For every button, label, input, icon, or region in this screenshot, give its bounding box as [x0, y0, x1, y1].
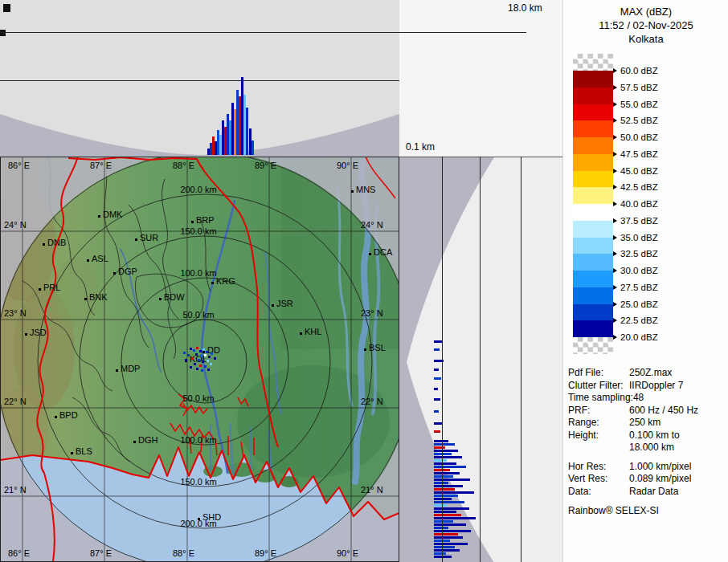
height-scale-line: [521, 157, 521, 562]
legend-tick-arrow-icon: [613, 235, 617, 240]
city-marker: [351, 190, 354, 193]
info-value: 600 Hz / 450 Hz: [629, 405, 698, 417]
info-value: 18.000 km: [629, 442, 674, 454]
latitude-label: 23° N: [4, 308, 27, 319]
latitude-label: 22° N: [361, 397, 383, 407]
city-marker: [98, 215, 100, 218]
city-marker: [369, 253, 371, 255]
radar-echo-pixel: [196, 347, 198, 349]
echo-side-bar: [434, 377, 441, 380]
info-row: 18.000 km: [568, 442, 726, 454]
city-label: BSL: [369, 343, 386, 353]
legend-label-text: 20.0 dBZ: [620, 332, 658, 342]
info-value: Radar Data: [629, 486, 678, 499]
info-value: 0.100 km to: [629, 430, 680, 442]
legend-label-text: 27.5 dBZ: [620, 283, 658, 292]
radar-echo-pixel: [207, 369, 210, 371]
map-label-overlay: 86° E86° E87° E87° E88° E88° E89° E89° E…: [0, 157, 399, 562]
legend-swatch: [573, 337, 613, 354]
legend-label: 57.5 dBZ: [613, 82, 658, 93]
city-label: KRG: [216, 276, 235, 287]
radar-echo-pixel: [185, 359, 187, 361]
range-ring-label: 50.0 km: [170, 393, 227, 404]
legend-tick-arrow-icon: [613, 118, 617, 123]
longitude-label: 87° E: [90, 161, 112, 171]
info-label: Pdf File:: [568, 367, 629, 380]
legend-swatch: [573, 304, 613, 321]
echo-side-bar: [434, 504, 447, 507]
legend-swatch: [573, 287, 613, 304]
legend-tick-arrow-icon: [613, 318, 617, 323]
echo-side-bar: [434, 466, 466, 468]
legend-label-text: 22.5 dBZ: [620, 316, 658, 325]
echo-side-bar: [434, 388, 438, 390]
radar-echo-pixel: [200, 355, 202, 357]
echo-side-bar: [434, 520, 453, 523]
latitude-label: 22° N: [4, 397, 27, 407]
echo-side-bar: [434, 482, 448, 484]
city-marker: [39, 288, 41, 291]
radar-echo-pixel: [211, 352, 213, 355]
coverage-limit-shape: [0, 114, 399, 157]
legend-swatch: [573, 238, 613, 255]
longitude-label: 90° E: [337, 548, 358, 559]
legend-swatch: [573, 187, 613, 204]
echo-side-bar: [434, 459, 447, 462]
echo-side-bar: [434, 440, 448, 442]
legend-label: 60.0 dBZ: [613, 65, 658, 76]
legend-swatch: [573, 221, 613, 238]
legend-swatch: [573, 271, 613, 287]
legend-label-text: 45.0 dBZ: [620, 166, 658, 176]
legend-label-text: 42.5 dBZ: [620, 182, 658, 192]
legend-swatch: [573, 54, 613, 71]
radar-echo-pixel: [190, 348, 192, 350]
city-label: BNK: [89, 292, 108, 303]
info-label: Data:: [568, 486, 629, 499]
echo-side-bar: [434, 462, 456, 465]
city-label: PRL: [43, 283, 60, 293]
city-label: JSD: [30, 328, 47, 338]
city-marker: [116, 369, 118, 372]
echo-side-bar: [434, 340, 442, 343]
legend-swatch: [573, 120, 613, 137]
city-marker: [272, 304, 274, 307]
legend-label: 52.5 dBZ: [613, 115, 658, 126]
range-ring-label: 150.0 km: [170, 477, 227, 487]
city-marker: [191, 221, 194, 223]
latitude-label: 21° N: [361, 485, 383, 495]
city-label: KHL: [305, 327, 321, 337]
legend-tick-arrow-icon: [613, 152, 617, 157]
info-value: IIRDoppler 7: [629, 380, 683, 393]
latitude-label: 21° N: [4, 485, 27, 495]
scan-info-block: Pdf File:250Z.maxClutter Filter:IIRDoppl…: [568, 367, 726, 518]
city-marker: [87, 259, 89, 262]
legend-label: 35.0 dBZ: [613, 232, 658, 243]
info-row: Clutter Filter:IIRDoppler 7: [568, 380, 726, 393]
city-label: SHD: [202, 512, 221, 523]
echo-side-bar: [434, 533, 458, 536]
radar-map: 86° E86° E87° E87° E88° E88° E89° E89° E…: [0, 157, 399, 562]
legend-label-text: 30.0 dBZ: [620, 266, 658, 275]
legend-tick-arrow-icon: [613, 85, 617, 90]
city-marker: [55, 416, 57, 418]
legend-swatch: [573, 88, 613, 104]
product-title: MAX (dBZ): [563, 5, 728, 18]
echo-side-bar: [434, 443, 455, 446]
radar-echo-pixel: [194, 363, 196, 365]
city-label: BPD: [59, 410, 78, 421]
legend-swatch: [573, 104, 613, 121]
radar-echo-pixel: [214, 357, 216, 360]
legend-label: 27.5 dBZ: [613, 282, 658, 293]
legend-tick-arrow-icon: [613, 268, 617, 273]
echo-side-bar: [434, 536, 463, 539]
city-marker: [202, 351, 205, 353]
info-row: Hor Res:1.000 km/pixel: [568, 461, 726, 474]
legend-tick-arrow-icon: [613, 218, 617, 223]
legend-label: 20.0 dBZ: [613, 332, 658, 343]
range-ring-label: 50.0 km: [170, 310, 227, 320]
legend-label-text: 50.0 dBZ: [620, 132, 658, 142]
radar-echo-pixel: [193, 349, 195, 352]
echo-side-bar: [434, 369, 439, 371]
legend-tick-arrow-icon: [613, 202, 617, 206]
city-label: JSR: [276, 299, 293, 309]
